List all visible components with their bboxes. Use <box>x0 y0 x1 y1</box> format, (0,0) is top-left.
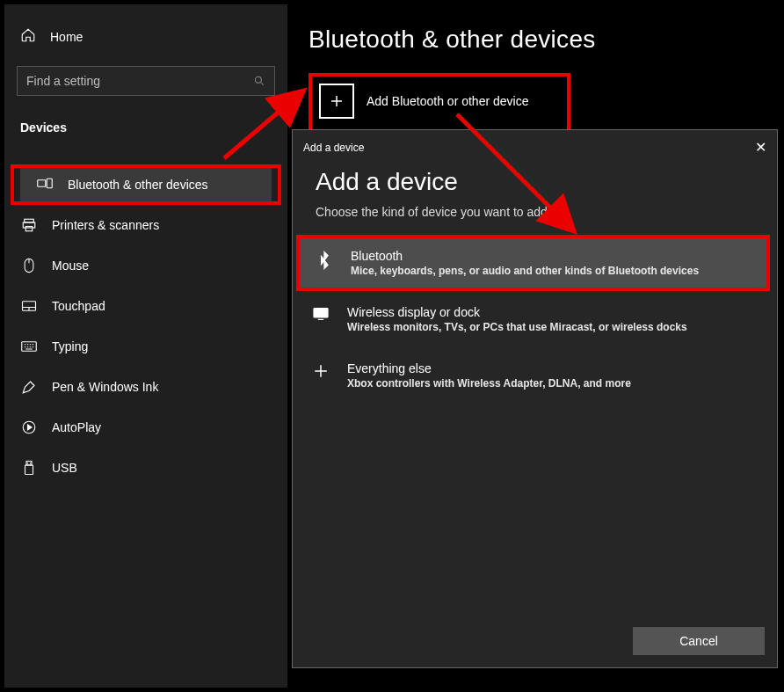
main-content: Bluetooth & other devices Add Bluetooth … <box>287 4 780 688</box>
pen-icon <box>20 379 38 395</box>
device-option-desc: Xbox controllers with Wireless Adapter, … <box>347 377 631 390</box>
search-icon <box>253 75 265 87</box>
device-option-desc: Mice, keyboards, pens, or audio and othe… <box>351 265 699 277</box>
keyboard-icon <box>20 341 38 352</box>
sidebar-item-bluetooth[interactable]: Bluetooth & other devices <box>20 168 272 201</box>
svg-point-0 <box>255 76 261 83</box>
svg-rect-12 <box>314 309 328 317</box>
svg-rect-11 <box>25 465 33 475</box>
modal-title: Add a device <box>293 161 777 201</box>
svg-rect-5 <box>25 227 33 231</box>
device-option-title: Everything else <box>347 361 631 375</box>
device-option-desc: Wireless monitors, TVs, or PCs that use … <box>347 321 687 333</box>
printer-icon <box>20 217 38 233</box>
plus-icon <box>319 84 354 119</box>
device-option-bluetooth[interactable]: Bluetooth Mice, keyboards, pens, or audi… <box>296 235 770 291</box>
modal-subtitle: Choose the kind of device you want to ad… <box>293 201 777 235</box>
device-option-wireless-display[interactable]: Wireless display or dock Wireless monito… <box>293 291 777 347</box>
add-device-button[interactable]: Add Bluetooth or other device <box>319 84 528 119</box>
settings-sidebar: Home Devices Bluetooth & other devices <box>4 4 287 688</box>
modal-small-title: Add a device <box>303 142 364 154</box>
svg-rect-4 <box>23 222 35 228</box>
cancel-button[interactable]: Cancel <box>633 627 765 655</box>
svg-rect-1 <box>38 180 46 187</box>
sidebar-item-autoplay[interactable]: AutoPlay <box>4 407 287 448</box>
usb-icon <box>20 460 38 476</box>
annotation-highlight-add-button: Add Bluetooth or other device <box>309 73 570 136</box>
svg-rect-8 <box>22 342 37 352</box>
sidebar-item-label: Bluetooth & other devices <box>68 178 208 192</box>
sidebar-item-label: Printers & scanners <box>52 218 159 232</box>
svg-rect-2 <box>47 178 52 188</box>
sidebar-item-usb[interactable]: USB <box>4 448 287 488</box>
home-icon <box>20 27 36 47</box>
sidebar-item-label: Mouse <box>52 259 89 273</box>
add-device-label: Add Bluetooth or other device <box>367 94 528 108</box>
sidebar-item-printers[interactable]: Printers & scanners <box>4 205 287 245</box>
sidebar-item-typing[interactable]: Typing <box>4 326 287 367</box>
sidebar-item-label: Pen & Windows Ink <box>52 380 158 394</box>
sidebar-item-touchpad[interactable]: Touchpad <box>4 286 287 326</box>
sidebar-item-pen[interactable]: Pen & Windows Ink <box>4 367 287 407</box>
annotation-highlight-sidebar: Bluetooth & other devices <box>11 164 281 205</box>
display-icon <box>310 307 331 321</box>
page-title: Bluetooth & other devices <box>309 25 780 54</box>
close-icon[interactable]: ✕ <box>755 139 766 156</box>
device-option-title: Wireless display or dock <box>347 305 687 319</box>
devices-icon <box>36 178 54 192</box>
device-option-title: Bluetooth <box>351 249 699 263</box>
sidebar-item-label: Touchpad <box>52 299 105 313</box>
sidebar-home-label: Home <box>50 30 83 44</box>
sidebar-item-mouse[interactable]: Mouse <box>4 245 287 286</box>
svg-rect-10 <box>26 462 32 466</box>
sidebar-home[interactable]: Home <box>4 22 287 59</box>
search-input-container[interactable] <box>17 66 275 96</box>
sidebar-section-header: Devices <box>4 96 287 138</box>
search-input[interactable] <box>26 74 253 88</box>
plus-icon <box>310 363 331 379</box>
autoplay-icon <box>20 419 38 435</box>
touchpad-icon <box>20 300 38 312</box>
device-option-everything-else[interactable]: Everything else Xbox controllers with Wi… <box>293 347 777 404</box>
mouse-icon <box>20 258 38 273</box>
sidebar-item-label: USB <box>52 461 77 475</box>
bluetooth-icon <box>314 251 335 270</box>
sidebar-item-label: AutoPlay <box>52 420 101 434</box>
add-device-modal: Add a device ✕ Add a device Choose the k… <box>292 129 778 668</box>
sidebar-item-label: Typing <box>52 339 88 353</box>
